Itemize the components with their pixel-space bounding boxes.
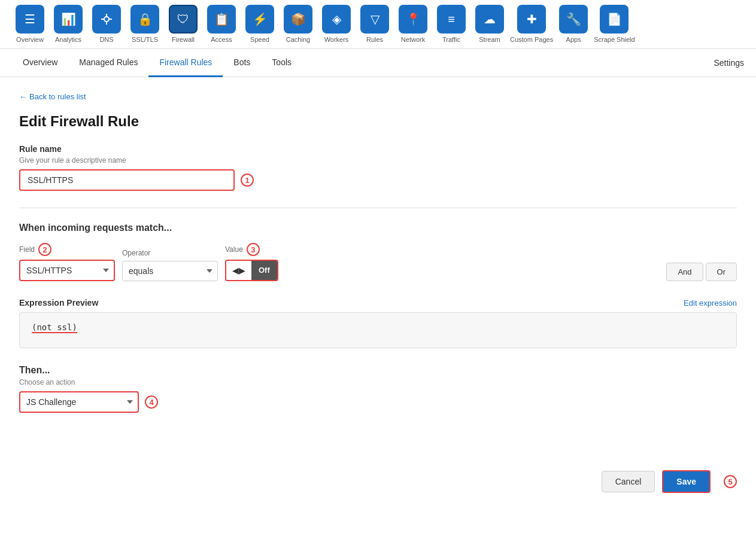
nav-label-access: Access — [211, 36, 232, 44]
field-select[interactable]: SSL/HTTPS — [19, 260, 115, 281]
analytics-icon: 📊 — [54, 5, 83, 34]
expression-preview-box: (not ssl) — [19, 312, 737, 348]
nav-item-traffic[interactable]: ≡ Traffic — [433, 5, 469, 44]
operator-select[interactable]: equals — [122, 261, 218, 281]
rule-name-hint: Give your rule a descriptive name — [19, 156, 737, 165]
and-button[interactable]: And — [666, 263, 703, 281]
annotation-1: 1 — [241, 173, 254, 187]
expr-label: Expression Preview — [19, 298, 98, 307]
nav-label-rules: Rules — [366, 36, 383, 44]
action-hint: Choose an action — [19, 378, 737, 386]
nav-item-scrape-shield[interactable]: 📄 Scrape Shield — [594, 5, 635, 44]
settings-link[interactable]: Settings — [714, 50, 744, 76]
sub-nav: Overview Managed Rules Firewall Rules Bo… — [0, 49, 756, 77]
nav-item-analytics[interactable]: 📊 Analytics — [50, 5, 86, 44]
value-col-label: Value — [225, 245, 243, 254]
or-button[interactable]: Or — [706, 263, 737, 281]
nav-label-caching: Caching — [286, 36, 310, 44]
then-section: Then... Choose an action Allow Block Cha… — [19, 365, 737, 413]
annotation-5: 5 — [724, 475, 737, 488]
nav-label-dns: DNS — [99, 36, 113, 44]
nav-item-speed[interactable]: ⚡ Speed — [242, 5, 278, 44]
annotation-4: 4 — [145, 395, 158, 409]
scrape-shield-icon: 📄 — [600, 5, 629, 34]
traffic-icon: ≡ — [437, 5, 466, 34]
tab-overview[interactable]: Overview — [12, 49, 68, 77]
network-icon: 📍 — [399, 5, 427, 34]
expression-code: (not ssl) — [32, 322, 77, 333]
operator-col-label: Operator — [122, 249, 218, 257]
nav-label-analytics: Analytics — [55, 36, 81, 44]
rule-name-section: Rule name Give your rule a descriptive n… — [19, 144, 737, 191]
custom-pages-icon: ✚ — [517, 5, 546, 34]
nav-label-network: Network — [401, 36, 425, 44]
nav-label-firewall: Firewall — [172, 36, 195, 44]
nav-label-stream: Stream — [479, 36, 500, 44]
workers-icon: ◈ — [322, 5, 351, 34]
ssl-icon: 🔒 — [130, 5, 159, 34]
tab-bots[interactable]: Bots — [223, 49, 261, 77]
tab-tools[interactable]: Tools — [261, 49, 302, 77]
toggle-icon-part: ◀▶ — [226, 261, 251, 280]
annotation-2: 2 — [38, 243, 51, 256]
annotation-3: 3 — [247, 243, 260, 256]
field-col-label: Field — [19, 245, 35, 254]
main-content: ← Back to rules list Edit Firewall Rule … — [0, 77, 756, 444]
field-col: Field 2 SSL/HTTPS — [19, 243, 115, 281]
nav-label-apps: Apps — [566, 36, 581, 44]
stream-icon: ☁ — [475, 5, 504, 34]
nav-label-overview: Overview — [16, 36, 44, 44]
expr-header: Expression Preview Edit expression — [19, 298, 737, 307]
tab-firewall-rules[interactable]: Firewall Rules — [148, 49, 223, 77]
back-arrow-icon: ← — [19, 92, 27, 101]
overview-icon: ☰ — [16, 5, 44, 34]
firewall-icon: 🛡 — [169, 5, 198, 34]
nav-label-ssl: SSL/TLS — [132, 36, 158, 44]
nav-item-firewall[interactable]: 🛡 Firewall — [165, 5, 201, 44]
value-toggle[interactable]: ◀▶ Off — [225, 260, 278, 281]
apps-icon: 🔧 — [559, 5, 588, 34]
page-title: Edit Firewall Rule — [19, 113, 737, 130]
nav-label-custom-pages: Custom Pages — [510, 36, 553, 44]
match-heading: When incoming requests match... — [19, 223, 737, 233]
cancel-button[interactable]: Cancel — [602, 471, 655, 492]
nav-item-custom-pages[interactable]: ✚ Custom Pages — [510, 5, 553, 44]
speed-icon: ⚡ — [245, 5, 274, 34]
tab-managed-rules[interactable]: Managed Rules — [68, 49, 148, 77]
bottom-actions: Cancel Save 5 — [0, 456, 756, 507]
nav-item-workers[interactable]: ◈ Workers — [318, 5, 354, 44]
nav-item-network[interactable]: 📍 Network — [395, 5, 431, 44]
rule-name-label: Rule name — [19, 144, 737, 154]
back-link-text: Back to rules list — [29, 92, 86, 101]
nav-label-traffic: Traffic — [442, 36, 460, 44]
edit-expression-link[interactable]: Edit expression — [684, 299, 737, 307]
nav-item-apps[interactable]: 🔧 Apps — [555, 5, 591, 44]
access-icon: 📋 — [207, 5, 236, 34]
expression-section: Expression Preview Edit expression (not … — [19, 298, 737, 348]
value-col: Value 3 ◀▶ Off — [225, 243, 278, 281]
nav-item-dns[interactable]: DNS — [89, 5, 125, 44]
save-button[interactable]: Save — [662, 470, 711, 493]
operator-col: Operator equals — [122, 249, 218, 281]
dns-icon — [92, 5, 121, 34]
nav-item-access[interactable]: 📋 Access — [204, 5, 239, 44]
nav-label-speed: Speed — [250, 36, 269, 44]
svg-point-0 — [104, 17, 109, 22]
rule-name-input[interactable] — [19, 169, 235, 191]
nav-item-rules[interactable]: ▽ Rules — [357, 5, 393, 44]
toggle-off-label: Off — [251, 261, 277, 280]
and-or-buttons: And Or — [666, 263, 737, 281]
nav-item-stream[interactable]: ☁ Stream — [472, 5, 508, 44]
nav-label-workers: Workers — [324, 36, 349, 44]
back-to-rules-link[interactable]: ← Back to rules list — [19, 92, 86, 101]
nav-item-caching[interactable]: 📦 Caching — [280, 5, 316, 44]
match-section: When incoming requests match... Field 2 … — [19, 223, 737, 281]
nav-item-ssl[interactable]: 🔒 SSL/TLS — [127, 5, 163, 44]
nav-label-scrape-shield: Scrape Shield — [594, 36, 635, 44]
action-select[interactable]: Allow Block Challenge JS Challenge Bypas… — [19, 391, 139, 413]
top-nav: ☰ Overview 📊 Analytics DNS 🔒 SSL/TLS 🛡 F… — [0, 0, 756, 49]
nav-item-overview[interactable]: ☰ Overview — [12, 5, 48, 44]
rules-icon: ▽ — [360, 5, 389, 34]
section-divider-1 — [19, 208, 737, 208]
then-heading: Then... — [19, 365, 737, 376]
